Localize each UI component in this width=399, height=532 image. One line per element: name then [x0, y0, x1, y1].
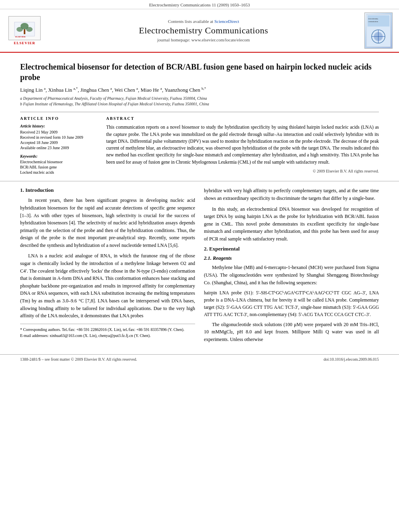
elsevier-logo: ELSEVIER ELSEVIER	[6, 16, 43, 45]
section1-heading: 1. Introduction	[20, 187, 195, 193]
accepted-date: Accepted 18 June 2009	[20, 140, 97, 145]
history-label: Article history:	[20, 124, 97, 128]
received-date: Received 21 May 2009	[20, 130, 97, 134]
copyright-line: © 2009 Elsevier B.V. All rights reserved…	[106, 169, 379, 173]
contents-line: Contents lists available at ScienceDirec…	[43, 19, 364, 24]
footnote-area: * Corresponding authors. Tel./fax: +86 5…	[20, 324, 195, 339]
sequence-text: hairpin LNA probe (S1): 5′-SH-CTᴸGCᴸAGAᴸ…	[204, 290, 379, 318]
sciencedirect-link[interactable]: ScienceDirect	[214, 19, 239, 24]
journal-title: Electrochemistry Communications	[43, 25, 364, 36]
footnote-star: * Corresponding authors. Tel./fax: +86 5…	[20, 327, 195, 333]
section2-para2: The oligonucleotide stock solutions (100…	[204, 321, 379, 343]
svg-text:communications: communications	[368, 21, 378, 23]
section2-para1: Methylene blue (MB) and 6-mercapto-1-hex…	[204, 264, 379, 286]
elsevier-logo-image: ELSEVIER	[8, 16, 41, 40]
svg-rect-4	[24, 29, 25, 34]
abstract-heading: ABSTRACT	[106, 116, 379, 121]
homepage-line: journal homepage: www.elsevier.com/locat…	[43, 37, 364, 42]
affiliations: a Department of Pharmaceutical Analysis,…	[20, 96, 379, 107]
revised-date: Received in revised form 10 June 2009	[20, 135, 97, 140]
bottom-bar: 1388-2481/$ – see front matter © 2009 El…	[0, 354, 399, 364]
abstract-panel: ABSTRACT This communication reports on a…	[106, 116, 379, 175]
journal-header: ELSEVIER ELSEVIER Contents lists availab…	[0, 9, 399, 53]
article-body: Electrochemical biosensor for detection …	[0, 62, 399, 175]
svg-point-2	[16, 27, 23, 32]
right-column: hybridize with very high affinity to per…	[204, 187, 379, 346]
section21-heading: 2.1. Reagents	[204, 255, 379, 261]
svg-point-3	[26, 27, 33, 32]
svg-text:electrochemistry: electrochemistry	[368, 18, 378, 20]
elsevier-text: ELSEVIER	[14, 41, 35, 45]
main-content-columns: 1. Introduction In recent years, there h…	[0, 187, 399, 354]
article-title: Electrochemical biosensor for detection …	[20, 62, 379, 82]
left-column: 1. Introduction In recent years, there h…	[20, 187, 195, 346]
keyword-2: BCR/ABL fusion gene	[20, 165, 97, 169]
keyword-3: Locked nucleic acids	[20, 170, 97, 175]
footnote-email: E-mail addresses: xinhua63@163.com (X. L…	[20, 333, 195, 339]
article-info-heading: ARTICLE INFO	[20, 116, 97, 121]
section1-para1: In recent years, there has been signific…	[20, 197, 195, 249]
keyword-1: Electrochemical biosensor	[20, 160, 97, 164]
keywords-label: Keywords:	[20, 154, 97, 158]
section-divider	[0, 181, 399, 181]
doi-line: doi:10.1016/j.elecom.2009.06.015	[324, 357, 379, 362]
journal-center-header: Contents lists available at ScienceDirec…	[43, 19, 364, 42]
section1-para2: LNA is a nucleic acid analogue of RNA, i…	[20, 252, 195, 319]
keywords-section: Keywords: Electrochemical biosensor BCR/…	[20, 154, 97, 175]
authors-line: Liqing Lin a, Xinhua Lin a,*, Jinghua Ch…	[20, 86, 379, 93]
issn-line: 1388-2481/$ – see front matter © 2009 El…	[20, 357, 137, 362]
journal-cover-thumbnail: electrochemistry communications	[364, 12, 393, 49]
online-date: Available online 23 June 2009	[20, 146, 97, 150]
svg-text:ELSEVIER: ELSEVIER	[15, 36, 26, 38]
article-info-panel: ARTICLE INFO Article history: Received 2…	[20, 116, 97, 175]
journal-citation: Electrochemistry Communications 11 (2009…	[0, 0, 399, 9]
section1-right-para1: hybridize with very high affinity to per…	[204, 187, 379, 202]
section2-heading: 2. Experimental	[204, 246, 379, 252]
section1-right-para2: In this study, an electrochemical DNA bi…	[204, 205, 379, 243]
article-info-abstract-section: ARTICLE INFO Article history: Received 2…	[20, 112, 379, 175]
abstract-text: This communication reports on a novel bi…	[106, 124, 379, 166]
